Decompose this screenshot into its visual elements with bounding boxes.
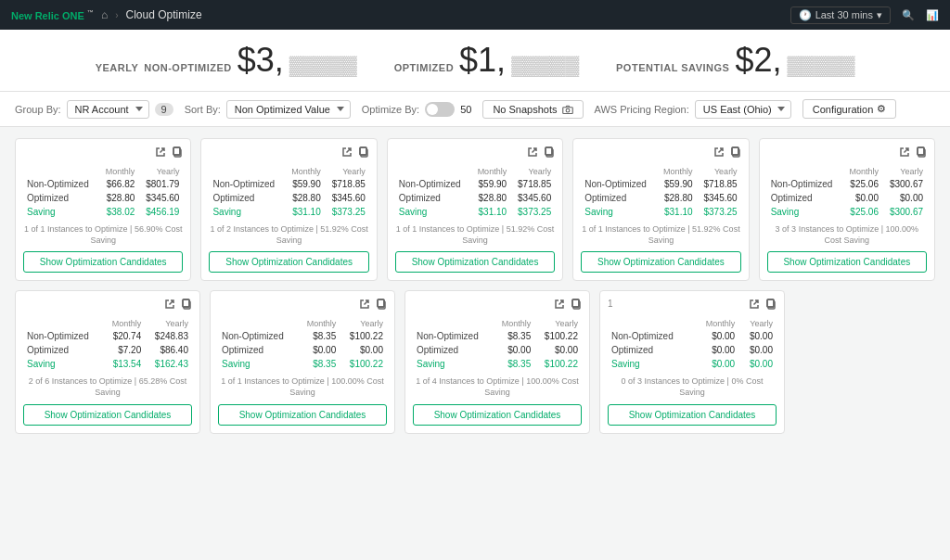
table-cell: Saving: [413, 357, 493, 371]
table-cell: Non-Optimized: [218, 329, 298, 343]
table-cell: Optimized: [413, 343, 493, 357]
table-cell: $7.20: [103, 343, 145, 357]
table-cell: $31.10: [470, 205, 510, 219]
external-link-icon[interactable]: [164, 299, 175, 312]
search-icon[interactable]: 🔍: [902, 9, 915, 21]
spacer-rect3: ▓▓▓▓▓: [787, 55, 854, 76]
yearly-label: YEARLY: [96, 62, 139, 73]
table-row: Non-Optimized$59.90$718.85: [581, 177, 740, 191]
nav-right: 🕐 Last 30 mins ▾ 🔍 📊: [790, 6, 939, 24]
table-row: Non-Optimized$8.35$100.22: [218, 329, 387, 343]
table-cell: $0.00: [738, 329, 777, 343]
external-link-icon[interactable]: [155, 146, 166, 160]
brand-text: New Relic: [11, 9, 59, 20]
aws-region-label: AWS Pricing Region:: [595, 104, 689, 115]
table-header: Yearly: [145, 318, 192, 329]
sort-by-select[interactable]: Non Optimized Value: [226, 100, 351, 119]
gear-icon: ⚙: [877, 103, 886, 115]
summary-savings: POTENTIAL SAVINGS $2, ▓▓▓▓▓: [616, 41, 854, 80]
spacer-rect1: ▓▓▓▓▓: [289, 55, 357, 76]
card-info: 1 of 1 Instances to Optimize | 100.00% C…: [218, 376, 387, 398]
optimize-toggle[interactable]: [425, 102, 455, 117]
card-table: MonthlyYearlyNon-Optimized$59.90$718.85O…: [209, 166, 368, 219]
copy-icon[interactable]: [571, 299, 582, 312]
aws-region-select[interactable]: US East (Ohio): [695, 100, 791, 119]
show-candidates-button[interactable]: Show Optimization Candidates: [608, 404, 777, 426]
show-candidates-button[interactable]: Show Optimization Candidates: [413, 404, 582, 426]
external-link-icon[interactable]: [341, 146, 353, 160]
table-row: Saving$31.10$373.25: [395, 205, 555, 219]
svg-rect-21: [378, 299, 384, 307]
table-cell: Saving: [608, 357, 693, 371]
external-link-icon[interactable]: [713, 146, 725, 160]
last-time-button[interactable]: 🕐 Last 30 mins ▾: [790, 6, 891, 24]
card-header: [581, 146, 740, 160]
table-row: Non-Optimized$8.35$100.22: [413, 329, 582, 343]
snapshot-button[interactable]: No Snapshots: [482, 100, 583, 119]
table-cell: $86.40: [145, 343, 192, 357]
svg-rect-9: [546, 147, 552, 155]
show-candidates-button[interactable]: Show Optimization Candidates: [218, 404, 387, 426]
external-link-icon[interactable]: [899, 146, 910, 160]
table-cell: $0.00: [298, 343, 340, 357]
optimization-card: 1MonthlyYearlyNon-Optimized$0.00$0.00Opt…: [599, 290, 785, 433]
show-candidates-button[interactable]: Show Optimization Candidates: [23, 404, 192, 426]
card-info: 3 of 3 Instances to Optimize | 100.00% C…: [767, 224, 927, 246]
copy-icon[interactable]: [765, 299, 777, 312]
table-header: [581, 166, 656, 177]
copy-icon[interactable]: [544, 146, 555, 160]
copy-icon[interactable]: [376, 299, 387, 312]
external-link-icon[interactable]: [527, 146, 538, 160]
config-group: Configuration ⚙: [802, 99, 896, 119]
show-candidates-button[interactable]: Show Optimization Candidates: [581, 251, 740, 273]
copy-icon[interactable]: [358, 146, 369, 160]
table-row: Optimized$0.00$0.00: [218, 343, 387, 357]
copy-icon[interactable]: [916, 146, 927, 160]
show-candidates-button[interactable]: Show Optimization Candidates: [395, 251, 555, 273]
config-button[interactable]: Configuration ⚙: [802, 99, 896, 119]
table-cell: $13.54: [103, 357, 145, 371]
table-cell: $345.60: [138, 191, 183, 205]
copy-icon[interactable]: [181, 299, 192, 312]
group-by-select[interactable]: NR Account: [67, 100, 149, 119]
chevron-down-icon: ▾: [877, 9, 882, 21]
external-link-icon[interactable]: [749, 299, 760, 312]
time-label: Last 30 mins: [815, 9, 873, 20]
home-icon[interactable]: ⌂: [101, 8, 108, 21]
copy-icon[interactable]: [172, 146, 183, 160]
external-link-icon[interactable]: [554, 299, 565, 312]
table-row: Non-Optimized$20.74$248.83: [23, 329, 192, 343]
table-header: [218, 318, 298, 329]
table-cell: $718.85: [325, 177, 369, 191]
show-candidates-button[interactable]: Show Optimization Candidates: [767, 251, 927, 273]
table-cell: $718.85: [697, 177, 741, 191]
svg-rect-3: [173, 147, 180, 155]
chart-icon[interactable]: 📊: [926, 9, 939, 21]
table-cell: $345.60: [697, 191, 741, 205]
non-opt-label: NON-OPTIMIZED: [144, 62, 232, 73]
svg-point-1: [566, 108, 570, 112]
table-cell: $0.00: [493, 343, 534, 357]
table-row: Saving$0.00$0.00: [608, 357, 777, 371]
table-cell: $801.79: [138, 177, 183, 191]
table-header: [608, 318, 693, 329]
show-candidates-button[interactable]: Show Optimization Candidates: [209, 251, 368, 273]
config-label: Configuration: [813, 104, 873, 115]
copy-icon[interactable]: [730, 146, 741, 160]
table-cell: $300.67: [882, 205, 927, 219]
table-cell: $59.90: [285, 177, 325, 191]
group-by-label: Group By:: [15, 104, 61, 115]
card-header: [395, 146, 555, 160]
external-link-icon[interactable]: [359, 299, 370, 312]
table-cell: $718.85: [510, 177, 555, 191]
table-cell: Optimized: [608, 343, 693, 357]
card-header: [608, 299, 777, 312]
optimize-value: 50: [460, 104, 471, 115]
card-table: MonthlyYearlyNon-Optimized$20.74$248.83O…: [23, 318, 192, 371]
card-header: [767, 146, 927, 160]
table-cell: $373.25: [325, 205, 369, 219]
summary-bar: YEARLY NON-OPTIMIZED $3, ▓▓▓▓▓ OPTIMIZED…: [0, 30, 950, 92]
card-info: 1 of 2 Instances to Optimize | 51.92% Co…: [209, 224, 368, 246]
show-candidates-button[interactable]: Show Optimization Candidates: [23, 251, 183, 273]
table-header: Monthly: [842, 166, 882, 177]
